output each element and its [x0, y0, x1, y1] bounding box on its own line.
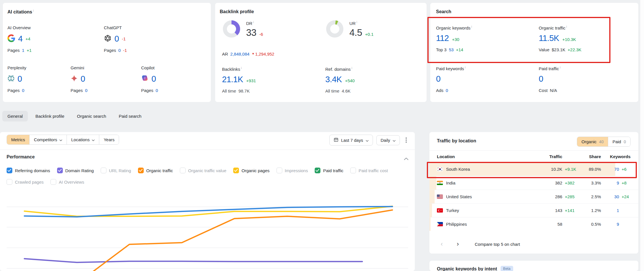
checkbox-box[interactable] [277, 168, 282, 173]
collapse-section-chevron-up-icon[interactable] [404, 156, 408, 161]
tab-backlink-profile[interactable]: Backlink profile [30, 111, 69, 121]
organic-toggle[interactable]: Organic 40 [577, 137, 608, 146]
prev-page-chevron-icon[interactable]: ‹ [438, 240, 445, 248]
checkbox-paid-traffic-cost[interactable]: Paid traffic cost [350, 168, 388, 173]
years-button[interactable]: Years [99, 135, 119, 144]
traffic-change: +141 [562, 208, 577, 213]
chatgpt-value[interactable]: 0 [114, 34, 119, 44]
ref-domains-block: Ref. domainsi 3.4K +540 All time 4.6K [325, 66, 355, 93]
compare-top5-link[interactable]: Compare top 5 on chart [475, 242, 520, 247]
copilot-icon [141, 74, 149, 83]
checkbox-domain-rating[interactable]: Domain Rating [57, 168, 94, 173]
gemini-value[interactable]: 0 [81, 74, 85, 84]
checkbox-ai-overviews[interactable]: AI Overviews [50, 179, 84, 185]
value-amount: $23.1K [552, 47, 565, 52]
keywords-value[interactable]: 9 [601, 180, 619, 185]
info-icon[interactable]: i [566, 25, 567, 28]
paid-traffic-value[interactable]: 0 [539, 74, 543, 83]
checkbox-box[interactable] [233, 168, 239, 173]
checkbox-label: Domain Rating [65, 168, 94, 173]
checkbox-box[interactable] [50, 179, 56, 185]
traffic-change: +9.1K [562, 167, 577, 172]
organic-count: 40 [599, 140, 604, 144]
backlink-profile-card: Backlink profile DRi 33 -6 URi 4.5 +0.1 … [215, 3, 427, 102]
organic-traffic-change: +10.3K [562, 37, 576, 42]
checkbox-box[interactable] [180, 168, 186, 173]
col-location: Location [437, 154, 541, 159]
location-row-india[interactable]: India382+3823.3%9+8 [429, 176, 638, 190]
pages-value[interactable]: 0 [22, 88, 24, 93]
paid-keywords-value[interactable]: 0 [436, 74, 441, 83]
more-options-kebab-icon[interactable] [403, 136, 409, 144]
copilot-value[interactable]: 0 [151, 74, 156, 84]
keywords-value[interactable]: 70 [601, 167, 619, 172]
vertical-scrollbar[interactable] [640, 0, 644, 271]
organic-traffic-value[interactable]: 11.5K [539, 34, 559, 43]
next-page-chevron-icon[interactable]: › [454, 240, 462, 248]
top3-value[interactable]: 53 [449, 47, 454, 52]
info-icon[interactable]: i [471, 25, 472, 28]
locations-dropdown[interactable]: Locations [67, 135, 99, 144]
location-row-turkey[interactable]: Turkey143+1411.2%1 [429, 203, 638, 217]
checkbox-label: Organic traffic [146, 168, 173, 173]
checkbox-paid-traffic[interactable]: Paid traffic [315, 168, 343, 173]
ai-overview-change: +4 [26, 36, 30, 41]
info-icon[interactable]: i [357, 21, 357, 24]
checkbox-box[interactable] [350, 168, 356, 173]
info-icon[interactable]: i [560, 66, 561, 69]
info-icon[interactable]: i [253, 21, 254, 24]
checkbox-box[interactable] [101, 168, 106, 173]
ads-value[interactable]: 0 [446, 88, 448, 93]
granularity-dropdown[interactable]: Daily [376, 135, 400, 145]
pages-value[interactable]: 0 [85, 88, 87, 93]
ref-domains-value[interactable]: 3.4K [325, 75, 342, 84]
organic-keywords-value[interactable]: 112 [436, 34, 449, 43]
chatgpt-change: -1 [122, 36, 126, 41]
pages-value[interactable]: 0 [156, 88, 158, 93]
perplexity-value[interactable]: 0 [17, 74, 22, 84]
keywords-change: +6 [619, 167, 631, 172]
metrics-button[interactable]: Metrics [7, 135, 30, 144]
checkbox-box[interactable] [7, 179, 12, 185]
checkbox-box[interactable] [315, 168, 320, 173]
info-icon[interactable]: i [33, 9, 34, 12]
tab-organic-search[interactable]: Organic search [72, 111, 111, 121]
checkbox-crawled-pages[interactable]: Crawled pages [7, 179, 44, 185]
traffic-change: +382 [562, 180, 577, 185]
ur-block: URi 4.5 +0.1 [349, 21, 373, 38]
info-icon[interactable]: i [351, 66, 352, 70]
info-icon[interactable]: i [241, 66, 242, 70]
performance-line-chart[interactable] [7, 193, 408, 271]
chevron-down-icon [59, 137, 62, 142]
ar-value[interactable]: 2,848,084 [230, 52, 250, 56]
checkbox-organic-pages[interactable]: Organic pages [233, 168, 270, 173]
keywords-value[interactable]: 30 [601, 194, 619, 199]
checkbox-box[interactable] [7, 168, 12, 173]
pages-value[interactable]: 1 [22, 48, 24, 53]
flag-philippines-icon [437, 222, 443, 226]
ai-overview-block: AI Overview 4 +4 Pages 1 +1 [7, 25, 32, 53]
checkbox-organic-traffic-value[interactable]: Organic traffic value [180, 168, 226, 173]
competitors-dropdown[interactable]: Competitors [30, 135, 67, 144]
paid-toggle[interactable]: Paid 0 [608, 137, 630, 146]
location-row-united-states[interactable]: United States286+2852.5%30+24 [429, 190, 638, 203]
pages-value[interactable]: 0 [118, 48, 121, 53]
info-icon[interactable]: i [465, 66, 466, 69]
checkbox-impressions[interactable]: Impressions [277, 168, 308, 173]
checkbox-box[interactable] [57, 168, 63, 173]
checkbox-organic-traffic[interactable]: Organic traffic [138, 168, 173, 173]
location-row-philippines[interactable]: Philippines580.5%9 [429, 217, 638, 231]
backlinks-value[interactable]: 21.1K [222, 75, 243, 84]
tab-paid-search[interactable]: Paid search [114, 111, 147, 121]
checkbox-url-rating[interactable]: URL Rating [101, 168, 131, 173]
perplexity-icon [7, 75, 15, 83]
keywords-value[interactable]: 1 [601, 208, 619, 213]
checkbox-box[interactable] [138, 168, 144, 173]
checkbox-referring-domains[interactable]: Referring domains [7, 168, 50, 173]
ai-overview-value[interactable]: 4 [18, 34, 23, 44]
tab-general[interactable]: General [2, 111, 28, 121]
location-row-south-korea[interactable]: South Korea10.2K+9.1K89.0%70+6 [429, 162, 638, 176]
share-bar [429, 217, 431, 231]
keywords-value[interactable]: 9 [601, 222, 619, 227]
date-range-button[interactable]: Last 7 days [329, 135, 373, 146]
